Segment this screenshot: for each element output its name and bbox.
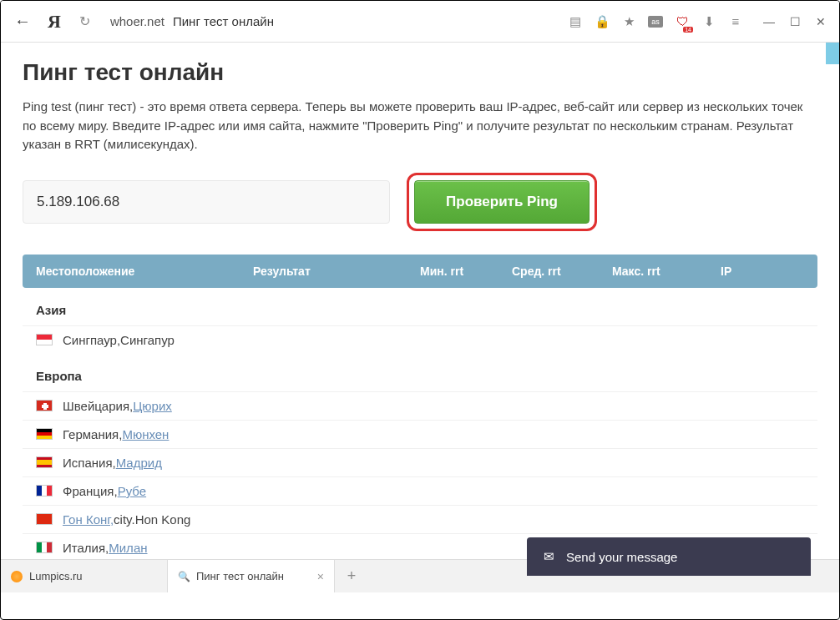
col-result: Результат [253,265,420,278]
menu-icon[interactable]: ≡ [728,14,743,29]
content-area: Пинг тест онлайн Ping test (пинг тест) -… [1,43,839,559]
bookmark-icon[interactable]: ★ [621,14,636,29]
ip-input[interactable] [23,180,390,224]
check-ping-button[interactable]: Проверить Ping [414,180,590,224]
location-row: Гон Конг, city.Hon Kong [23,505,817,533]
flag-icon [36,542,53,553]
address-bar[interactable]: whoer.net Пинг тест онлайн [102,11,556,32]
toolbar-icons: ▤ 🔒 ★ as 🛡14 ⬇ ≡ [568,14,743,29]
location-city[interactable]: Мюнхен [122,427,169,441]
col-ip: IP [721,265,804,278]
page-title: Пинг тест онлайн [23,59,817,86]
tab-title: Пинг тест онлайн [196,570,311,582]
flag-icon [36,513,53,525]
ping-button-highlight: Проверить Ping [407,173,597,231]
location-country: Сингпаур, [63,333,120,347]
minimize-button[interactable]: — [763,15,775,28]
chat-label: Send your message [566,550,677,564]
shield-badge: 14 [683,27,693,33]
location-country: Швейцария, [63,399,133,413]
reader-icon[interactable]: ▤ [568,14,583,29]
location-city[interactable]: Рубе [118,484,146,498]
region-europe-title: Европа [23,354,817,391]
maximize-button[interactable]: ☐ [790,15,801,28]
chat-widget[interactable]: ✉ Send your message [527,537,811,576]
col-max-rrt: Макс. rrt [612,265,721,278]
location-row: Швейцария, Цюрих [23,391,817,420]
address-domain: whoer.net [110,14,164,28]
tab-close-button[interactable]: × [317,570,324,583]
ping-form: Проверить Ping [23,173,817,231]
location-city: city.Hon Kong [114,512,190,527]
location-city[interactable]: Цюрих [133,399,172,413]
location-country[interactable]: Гон Конг, [63,512,114,527]
location-row: Сингпаур, Сингапур [23,325,817,354]
europe-list: Швейцария, ЦюрихГермания, МюнхенИспания,… [23,391,817,560]
region-asia-title: Азия [23,288,817,325]
flag-icon [36,456,53,468]
col-location: Местоположение [36,265,253,278]
location-city: Сингапур [120,333,175,347]
new-tab-button[interactable]: + [335,560,368,592]
asia-list: Сингпаур, Сингапур [23,325,817,354]
browser-toolbar: ← Я ↻ whoer.net Пинг тест онлайн ▤ 🔒 ★ a… [1,1,839,43]
lastfm-icon[interactable]: as [648,16,663,28]
back-button[interactable]: ← [14,12,31,31]
scrollbar-thumb[interactable] [826,43,839,64]
tab-title: Lumpics.ru [29,570,157,582]
location-country: Франция, [63,484,118,498]
adblock-icon[interactable]: 🛡14 [675,14,690,29]
browser-tab[interactable]: 🔍Пинг тест онлайн× [168,560,335,592]
refresh-button[interactable]: ↻ [79,13,90,29]
col-avg-rrt: Сред. rrt [512,265,612,278]
location-row: Испания, Мадрид [23,448,817,476]
location-country: Италия, [63,541,109,555]
tab-favicon [11,571,23,582]
flag-icon [36,428,53,440]
lock-icon[interactable]: 🔒 [595,14,610,29]
location-row: Германия, Мюнхен [23,420,817,448]
col-min-rrt: Мин. rrt [420,265,512,278]
tab-favicon: 🔍 [178,571,190,582]
window-controls: — ☐ ✕ [763,15,826,28]
browser-tab[interactable]: Lumpics.ru [1,560,168,592]
location-country: Германия, [63,427,122,441]
location-row: Франция, Рубе [23,476,817,505]
page-description: Ping test (пинг тест) - это время ответа… [23,98,817,154]
flag-icon [36,485,53,497]
address-page-title: Пинг тест онлайн [173,14,274,28]
close-window-button[interactable]: ✕ [816,15,826,28]
table-header: Местоположение Результат Мин. rrt Сред. … [23,255,817,288]
location-city[interactable]: Милан [109,541,147,555]
location-city[interactable]: Мадрид [116,456,162,470]
mail-icon: ✉ [544,549,554,564]
flag-icon [36,400,53,411]
yandex-logo[interactable]: Я [48,11,61,33]
flag-icon [36,334,53,345]
location-country: Испания, [63,456,116,470]
downloads-icon[interactable]: ⬇ [701,14,716,29]
